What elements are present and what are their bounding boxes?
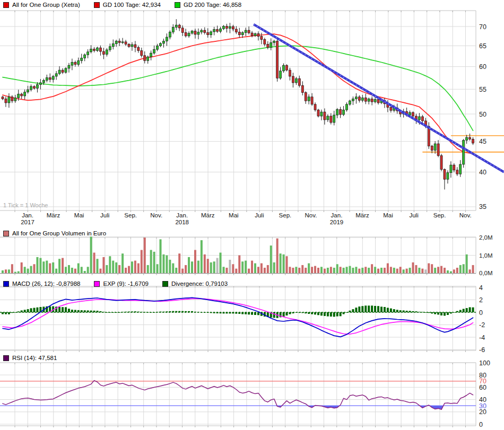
divergence-label: Divergence: 0,79103: [171, 280, 228, 287]
gd200-label: GD 200 Tage: 46,858: [184, 2, 241, 8]
svg-text:40: 40: [479, 169, 486, 176]
macd-swatch-icon: [3, 281, 9, 287]
svg-text:0: 0: [479, 421, 483, 428]
svg-text:20: 20: [479, 408, 486, 416]
svg-text:2,0M: 2,0M: [479, 234, 493, 241]
stock-chart-widget: All for One Group (Xetra) GD 100 Tage: 4…: [0, 0, 504, 430]
rsi-label: RSI (14): 47,581: [12, 355, 57, 361]
svg-text:Juli: Juli: [255, 212, 264, 218]
rsi-legend: RSI (14): 47,581: [3, 355, 71, 361]
svg-text:März: März: [47, 212, 60, 218]
svg-text:Juli: Juli: [100, 212, 109, 218]
svg-text:-4: -4: [479, 334, 485, 341]
macd-legend-item: MACD (26, 12): -0,87988: [3, 280, 80, 287]
svg-text:2019: 2019: [330, 219, 344, 225]
exp-swatch-icon: [94, 281, 100, 287]
svg-text:50: 50: [479, 111, 486, 118]
svg-text:1,0M: 1,0M: [479, 252, 493, 259]
macd-label: MACD (26, 12): -0,87988: [12, 280, 80, 287]
divergence-legend-item: Divergence: 0,79103: [162, 280, 228, 287]
volume-swatch-icon: [3, 231, 9, 236]
volume-legend-item: All for One Group Volumen in Euro: [3, 230, 106, 236]
svg-text:Nov.: Nov.: [305, 212, 317, 218]
svg-text:Sep.: Sep.: [124, 212, 137, 218]
svg-text:Mai: Mai: [229, 212, 239, 218]
svg-text:Mai: Mai: [74, 212, 84, 218]
svg-text:1 Tick = 1 Woche: 1 Tick = 1 Woche: [3, 202, 48, 208]
svg-text:-6: -6: [479, 346, 485, 354]
svg-text:Nov.: Nov.: [459, 212, 472, 218]
svg-text:70: 70: [479, 23, 486, 31]
gd100-swatch-icon: [94, 2, 100, 8]
rsi-legend-item: RSI (14): 47,581: [3, 355, 57, 361]
svg-text:55: 55: [479, 86, 486, 93]
svg-text:60: 60: [479, 63, 486, 71]
gd100-label: GD 100 Tage: 42,934: [103, 2, 161, 8]
macd-legend: MACD (26, 12): -0,87988 EXP (9): -1,6709…: [3, 280, 241, 287]
svg-text:Sep.: Sep.: [433, 212, 446, 218]
gd100-legend-item: GD 100 Tage: 42,934: [94, 2, 161, 8]
volume-label: All for One Group Volumen in Euro: [12, 230, 106, 236]
svg-text:Jan.: Jan.: [331, 212, 343, 218]
svg-text:45: 45: [479, 138, 486, 145]
price-series-label: All for One Group (Xetra): [12, 2, 80, 8]
svg-text:35: 35: [479, 203, 486, 210]
svg-text:60: 60: [479, 384, 486, 391]
svg-text:0,0M: 0,0M: [479, 270, 493, 276]
svg-text:Sep.: Sep.: [279, 212, 292, 218]
price-legend: All for One Group (Xetra) GD 100 Tage: 4…: [3, 2, 255, 8]
svg-text:4: 4: [479, 284, 483, 292]
chart-canvas: 70656055504540351 Tick = 1 WocheJan.2017…: [0, 0, 504, 430]
svg-text:Jan.: Jan.: [176, 212, 188, 218]
svg-text:Juli: Juli: [409, 212, 418, 218]
exp-legend-item: EXP (9): -1,6709: [94, 280, 148, 287]
svg-text:2018: 2018: [175, 219, 189, 225]
svg-text:2017: 2017: [21, 219, 34, 225]
rsi-swatch-icon: [3, 355, 9, 361]
svg-text:März: März: [355, 212, 369, 218]
svg-text:-2: -2: [479, 321, 485, 329]
gd200-legend-item: GD 200 Tage: 46,858: [175, 2, 241, 8]
price-series-swatch-icon: [3, 2, 9, 8]
svg-text:65: 65: [479, 42, 486, 50]
divergence-swatch-icon: [162, 281, 168, 287]
svg-text:Mai: Mai: [383, 212, 393, 218]
price-series-legend-item: All for One Group (Xetra): [3, 2, 80, 8]
exp-label: EXP (9): -1,6709: [103, 280, 148, 287]
svg-text:0: 0: [479, 309, 483, 317]
gd200-swatch-icon: [175, 2, 180, 8]
svg-text:2: 2: [479, 296, 483, 304]
svg-text:Jan.: Jan.: [22, 212, 33, 218]
svg-text:März: März: [201, 212, 215, 218]
svg-text:Nov.: Nov.: [150, 212, 162, 218]
svg-text:100: 100: [479, 359, 490, 367]
volume-legend: All for One Group Volumen in Euro: [3, 230, 120, 236]
